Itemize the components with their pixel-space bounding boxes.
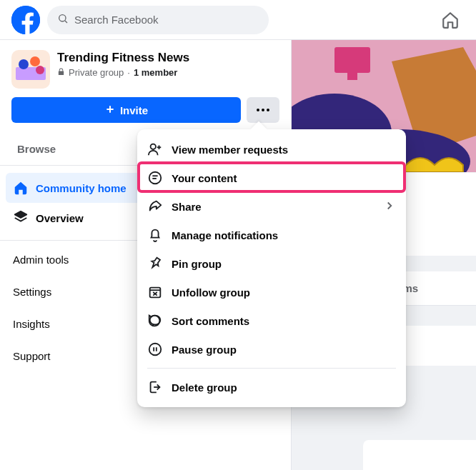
svg-rect-15 (347, 73, 357, 80)
svg-point-27 (149, 344, 162, 356)
menu-label: Your content (172, 172, 237, 184)
menu-label: Unfollow group (172, 286, 250, 299)
bell-icon (147, 227, 163, 243)
separator-dot: · (127, 67, 130, 78)
svg-line-2 (65, 21, 67, 23)
svg-rect-14 (334, 47, 370, 73)
comment-icon (147, 313, 163, 329)
facebook-logo[interactable] (11, 6, 40, 34)
menu-label: Pause group (172, 344, 237, 356)
pause-icon (147, 341, 163, 357)
svg-rect-22 (150, 288, 161, 298)
chevron-right-icon (383, 199, 396, 214)
sidebar-item-label: Overview (36, 212, 84, 224)
plus-icon (104, 104, 116, 117)
top-bar: Search Facebook (0, 0, 476, 40)
share-icon (147, 199, 163, 214)
svg-point-6 (30, 56, 40, 66)
invite-button[interactable]: Invite (11, 97, 241, 123)
group-header: Trending Fitness News Private group · 1 … (0, 40, 291, 89)
search-icon (57, 13, 69, 27)
layers-icon (13, 210, 29, 226)
menu-item-your-content[interactable]: Your content (137, 164, 406, 192)
action-buttons: Invite (0, 89, 291, 133)
invite-label: Invite (120, 104, 148, 116)
group-member-count: 1 member (134, 67, 177, 78)
feed-card (363, 440, 476, 470)
menu-label: Manage notifications (172, 229, 278, 241)
menu-item-share[interactable]: Share (137, 192, 406, 221)
group-subtitle: Private group · 1 member (57, 67, 189, 78)
menu-item-sort-comments[interactable]: Sort comments (137, 306, 406, 335)
search-placeholder: Search Facebook (74, 14, 159, 26)
person-plus-icon (147, 141, 163, 157)
menu-item-pin-group[interactable]: Pin group (137, 249, 406, 278)
svg-point-16 (151, 144, 156, 149)
home-icon (13, 180, 29, 196)
menu-label: Pin group (172, 258, 222, 270)
unfollow-icon (147, 284, 163, 300)
lock-icon (57, 67, 65, 78)
sidebar-item-label: Community home (36, 182, 127, 194)
more-options-menu: View member requests Your content Share … (137, 129, 406, 407)
more-options-button[interactable] (247, 97, 279, 123)
search-input[interactable]: Search Facebook (47, 6, 269, 34)
menu-item-view-member-requests[interactable]: View member requests (137, 135, 406, 164)
exit-icon (147, 379, 163, 395)
menu-label: View member requests (172, 144, 288, 156)
ellipsis-icon (257, 109, 269, 111)
group-info: Trending Fitness News Private group · 1 … (57, 50, 189, 78)
menu-item-delete-group[interactable]: Delete group (137, 373, 406, 401)
svg-point-26 (150, 316, 161, 325)
menu-label: Delete group (172, 381, 237, 394)
menu-item-pause-group[interactable]: Pause group (137, 335, 406, 364)
menu-label: Sort comments (172, 315, 249, 327)
pin-icon (147, 256, 163, 271)
group-privacy: Private group (69, 67, 124, 78)
svg-point-5 (19, 59, 29, 69)
menu-item-unfollow-group[interactable]: Unfollow group (137, 278, 406, 306)
menu-item-manage-notifications[interactable]: Manage notifications (137, 221, 406, 249)
group-name[interactable]: Trending Fitness News (57, 50, 189, 66)
svg-point-1 (59, 14, 66, 21)
menu-separator (147, 368, 396, 369)
tab-browse[interactable]: Browse (0, 133, 73, 165)
home-button[interactable] (436, 6, 465, 34)
menu-label: Share (172, 201, 202, 213)
content-icon (147, 170, 163, 186)
group-avatar[interactable] (11, 50, 50, 89)
